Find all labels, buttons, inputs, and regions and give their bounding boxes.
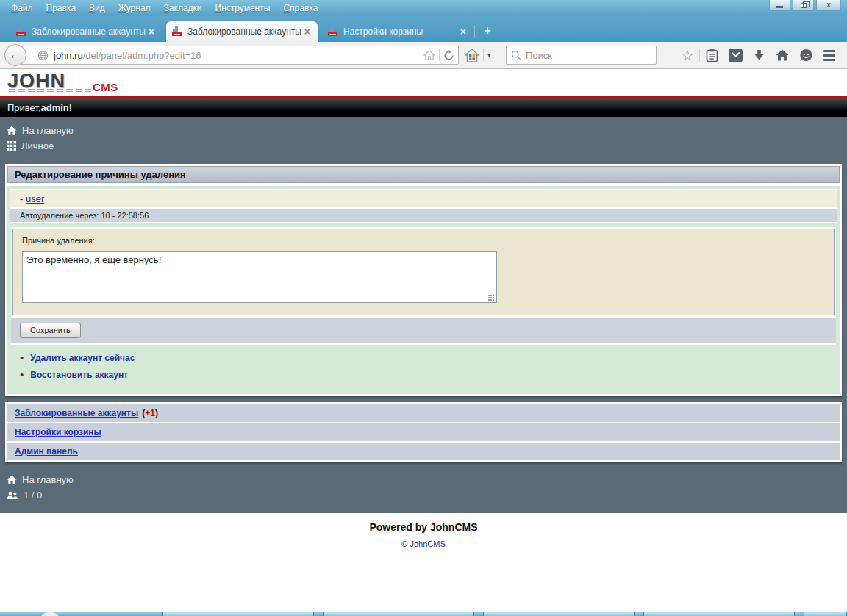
taskbar-button[interactable] [643,612,795,616]
menu-tools[interactable]: Инструменты [209,1,277,15]
menu-row-admin-panel[interactable]: Админ панель [7,443,840,460]
menu-file[interactable]: Файл [4,1,40,15]
menu-history[interactable]: Журнал [112,1,157,15]
delete-account-now-link[interactable]: Удалить аккаунт сейчас [30,353,135,363]
chevron-down-icon: ▾ [483,49,491,61]
search-icon [511,50,521,60]
tab-trash-settings[interactable]: Настройки корзины × [322,21,473,42]
hamburger-menu-icon[interactable] [818,46,841,65]
reason-form: Причина удаления: Это временно, я еще ве… [11,227,836,317]
page-content: JOHN CMS Привет, admin! На главную Лично… [0,69,847,612]
browser-tabbar: Заблокированные аккаунты × Заблокированн… [0,16,847,42]
menu-row-blocked[interactable]: Заблокированные аккаунты (+1) [7,404,840,422]
search-input[interactable]: Поиск [506,46,657,65]
main-area: На главную Личное Редактирование причины… [0,117,847,513]
textarea-resize-grip[interactable] [488,295,495,301]
minimize-icon [776,6,783,8]
logo-cms-text: CMS [93,81,118,93]
tab-title: Заблокированные аккаунты [32,26,146,37]
admin-panel-link[interactable]: Админ панель [15,446,78,456]
close-icon: x [826,1,831,9]
home-icon [7,475,17,484]
menu-view[interactable]: Вид [82,1,112,15]
window-controls: x [767,0,841,11]
taskbar-button[interactable] [162,612,314,616]
nav-home-link[interactable]: На главную [0,123,847,138]
save-button[interactable]: Сохранить [20,323,81,338]
tab-close-icon[interactable]: × [302,26,312,37]
colored-home-icon [465,49,479,62]
browser-toolbar: ← john.ru/del/panel/adm.php?edit=16 ▾ По… [0,42,847,69]
screen: Файл Правка Вид Журнал Закладки Инструме… [0,0,847,616]
url-bar[interactable]: john.ru/del/panel/adm.php?edit=16 [16,46,459,65]
user-prefix: - [20,193,23,204]
bottom-menu: Заблокированные аккаунты (+1) Настройки … [5,402,842,462]
reader-mode-icon[interactable] [424,50,435,61]
reason-label: Причина удаления: [22,236,825,245]
trash-settings-link[interactable]: Настройки корзины [15,427,101,437]
home-icon [7,126,17,135]
os-taskbar [0,612,847,616]
tab-close-icon[interactable]: × [146,26,157,37]
download-icon[interactable] [747,46,771,65]
tab-title: Заблокированные аккаунты [187,26,302,37]
reason-textarea[interactable]: Это временно, я еще вернусь! [22,251,497,303]
nav-personal-link[interactable]: Личное [0,138,847,154]
edit-reason-panel: Редактирование причины удаления - user А… [5,164,842,396]
url-host: john.ru [54,50,83,61]
nav-personal-label: Личное [21,140,54,151]
bookmarks-menu-icon[interactable] [700,46,723,65]
save-strip: Сохранить [11,317,836,345]
toolbar-icons: ☆ [676,46,841,65]
bullet-icon: • [20,354,24,362]
search-placeholder: Поиск [526,50,552,61]
minimize-button[interactable] [769,0,790,11]
copyright-link[interactable]: JohnCMS [410,540,445,548]
back-button[interactable]: ← [4,44,26,66]
close-button[interactable]: x [816,0,841,11]
footer-home-link[interactable]: На главную [0,472,847,487]
user-link[interactable]: user [26,193,44,204]
badge-value: +1 [145,408,155,418]
online-counter: 1 / 0 [0,487,847,503]
start-button[interactable] [40,612,60,616]
bookmark-star-icon[interactable]: ☆ [676,46,699,65]
restore-account-row: • Восстановить аккаунт [20,370,837,380]
bullet-icon: • [20,371,24,379]
home-dropdown-button[interactable]: ▾ [465,46,500,65]
globe-icon [37,50,49,61]
powered-by: Powered by JohnCMS [0,513,847,533]
menu-bookmarks[interactable]: Закладки [157,1,209,15]
menu-edit[interactable]: Правка [40,1,83,15]
johncms-favicon [15,26,27,37]
online-counter-value: 1 / 0 [24,490,42,501]
tab-blocked-accounts-2[interactable]: Заблокированные аккаунты × [166,21,318,42]
autodelete-strip: Автоудаление через: 10 - 22:58:56 [10,209,837,223]
pocket-icon[interactable] [723,46,747,65]
users-icon [7,491,18,500]
url-action-separator [439,49,440,61]
reload-icon[interactable] [443,50,454,61]
taskbar-button[interactable] [804,612,847,616]
menu-row-trash-settings[interactable]: Настройки корзины [7,423,840,441]
taskbar-button[interactable] [483,612,635,616]
greeting-bar: Привет, admin! [0,98,847,117]
url-text[interactable]: john.ru/del/panel/adm.php?edit=16 [54,50,424,61]
taskbar-button[interactable] [323,612,474,616]
blocked-accounts-link[interactable]: Заблокированные аккаунты [15,408,138,418]
menu-help[interactable]: Справка [276,1,324,15]
home-icon[interactable] [771,46,794,65]
panel-title: Редактирование причины удаления [7,166,840,183]
new-tab-button[interactable]: + [478,23,497,39]
hello-smiley-icon[interactable] [794,46,818,65]
footer-home-label: На главную [22,474,74,485]
restore-icon [801,3,807,8]
greeting-prefix: Привет, [7,102,41,113]
restore-button[interactable] [793,0,814,11]
logo-john-text: JOHN [7,73,91,89]
copyright: © JohnCMS [0,540,847,548]
restore-account-link[interactable]: Восстановить аккаунт [30,370,128,380]
site-header: JOHN CMS [0,69,847,96]
tab-close-icon[interactable]: × [458,26,468,37]
tab-blocked-accounts-1[interactable]: Заблокированные аккаунты × [10,21,162,42]
